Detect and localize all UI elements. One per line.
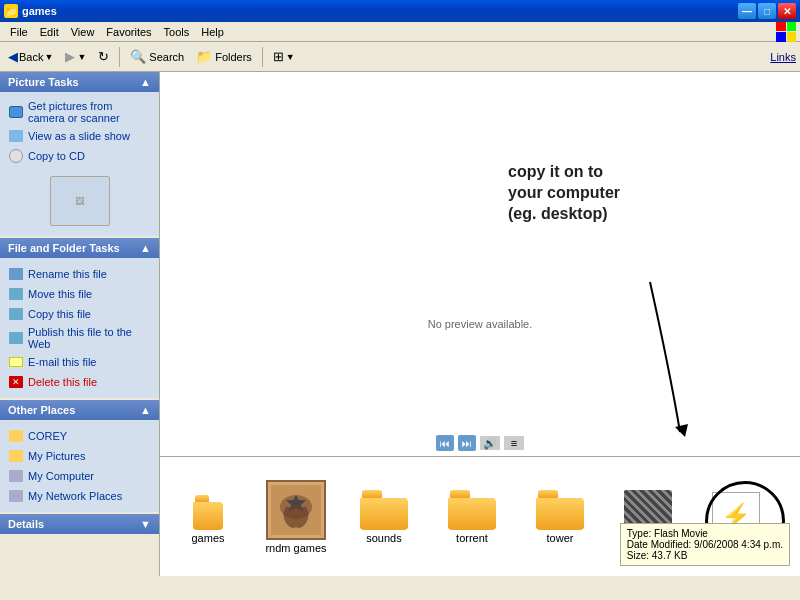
annotation-line2: your computer	[508, 183, 620, 204]
move-file-item[interactable]: Move this file	[8, 284, 151, 304]
file-item-torrent[interactable]: torrent	[432, 486, 512, 548]
menu-file[interactable]: File	[4, 24, 34, 40]
menu-favorites[interactable]: Favorites	[100, 24, 157, 40]
get-pictures-item[interactable]: Get pictures from camera or scanner	[8, 98, 151, 126]
picture-tasks-section: Picture Tasks ▲ Get pictures from camera…	[0, 72, 159, 236]
my-computer-item[interactable]: My Computer	[8, 466, 151, 486]
tower-folder-icon	[536, 490, 584, 530]
folders-icon: 📁	[196, 49, 212, 64]
copy-icon	[8, 306, 24, 322]
my-pictures-icon	[8, 448, 24, 464]
menu-edit[interactable]: Edit	[34, 24, 65, 40]
titlebar-buttons: — □ ✕	[738, 3, 796, 19]
views-dropdown-icon: ▼	[286, 52, 295, 62]
left-panel: Picture Tasks ▲ Get pictures from camera…	[0, 72, 160, 576]
my-computer-label: My Computer	[28, 470, 94, 482]
my-network-label: My Network Places	[28, 490, 122, 502]
publish-file-item[interactable]: Publish this file to the Web	[8, 324, 151, 352]
sounds-label: sounds	[366, 532, 401, 544]
delete-label: Delete this file	[28, 376, 97, 388]
menu-view[interactable]: View	[65, 24, 101, 40]
back-label: Back	[19, 51, 43, 63]
picture-tasks-label: Picture Tasks	[8, 76, 79, 88]
options-button[interactable]: ≡	[504, 436, 524, 450]
delete-icon: ✕	[8, 374, 24, 390]
file-item-tower[interactable]: tower	[520, 486, 600, 548]
slideshow-item[interactable]: View as a slide show	[8, 126, 151, 146]
search-label: Search	[149, 51, 184, 63]
close-button[interactable]: ✕	[778, 3, 796, 19]
search-icon: 🔍	[130, 49, 146, 64]
titlebar: 📁 games — □ ✕	[0, 0, 800, 22]
partial-folder-icon	[193, 490, 223, 530]
views-icon: ⊞	[273, 49, 284, 64]
details-section: Details ▼	[0, 514, 159, 534]
no-preview-text: No preview available.	[428, 318, 533, 330]
other-places-header[interactable]: Other Places ▲	[0, 400, 159, 420]
other-places-content: COREY My Pictures My Computer	[0, 420, 159, 512]
mute-button[interactable]: 🔊	[480, 436, 500, 450]
minimize-button[interactable]: —	[738, 3, 756, 19]
fast-forward-button[interactable]: ⏭	[458, 435, 476, 451]
delete-file-item[interactable]: ✕ Delete this file	[8, 372, 151, 392]
file-folder-tasks-section: File and Folder Tasks ▲ Rename this file…	[0, 238, 159, 398]
copy-cd-item[interactable]: Copy to CD	[8, 146, 151, 166]
email-file-item[interactable]: E-mail this file	[8, 352, 151, 372]
picture-tasks-content: Get pictures from camera or scanner View…	[0, 92, 159, 236]
tattoo-svg	[271, 485, 321, 535]
back-arrow-icon: ◀	[8, 49, 18, 64]
back-button[interactable]: ◀ Back ▼	[4, 47, 57, 66]
file-folder-tasks-content: Rename this file Move this file Copy thi…	[0, 258, 159, 398]
back-dropdown-icon: ▼	[44, 52, 53, 62]
my-pictures-item[interactable]: My Pictures	[8, 446, 151, 466]
forward-arrow-icon: ▶	[65, 49, 75, 64]
corey-label: COREY	[28, 430, 67, 442]
file-folder-tasks-collapse-icon: ▲	[140, 242, 151, 254]
search-button[interactable]: 🔍 Search	[126, 47, 188, 66]
rename-icon	[8, 266, 24, 282]
picture-tasks-collapse-icon: ▲	[140, 76, 151, 88]
annotation-arrow	[590, 272, 710, 472]
picture-tasks-header[interactable]: Picture Tasks ▲	[0, 72, 159, 92]
rename-label: Rename this file	[28, 268, 107, 280]
my-computer-icon	[8, 468, 24, 484]
folders-button[interactable]: 📁 Folders	[192, 47, 256, 66]
links-button[interactable]: Links	[770, 51, 796, 63]
move-label: Move this file	[28, 288, 92, 300]
details-header[interactable]: Details ▼	[0, 514, 159, 534]
refresh-button[interactable]: ↻	[94, 47, 113, 66]
other-places-label: Other Places	[8, 404, 75, 416]
tooltip-size: Size: 43.7 KB	[627, 550, 783, 561]
refresh-icon: ↻	[98, 49, 109, 64]
cd-icon	[8, 148, 24, 164]
forward-dropdown-icon: ▼	[77, 52, 86, 62]
file-item-rndm-games[interactable]: rndm games	[256, 476, 336, 558]
email-icon	[8, 354, 24, 370]
file-item-sounds[interactable]: sounds	[344, 486, 424, 548]
media-controls: ⏮ ⏭ 🔊 ≡	[436, 435, 524, 451]
copy-file-item[interactable]: Copy this file	[8, 304, 151, 324]
my-network-icon	[8, 488, 24, 504]
maximize-button[interactable]: □	[758, 3, 776, 19]
views-button[interactable]: ⊞ ▼	[269, 47, 299, 66]
rndm-games-label: rndm games	[265, 542, 326, 554]
corey-item[interactable]: COREY	[8, 426, 151, 446]
menu-help[interactable]: Help	[195, 24, 230, 40]
titlebar-title: games	[22, 5, 57, 17]
tooltip-type: Type: Flash Movie	[627, 528, 783, 539]
annotation-line3: (eg. desktop)	[508, 204, 620, 225]
my-network-item[interactable]: My Network Places	[8, 486, 151, 506]
file-folder-tasks-header[interactable]: File and Folder Tasks ▲	[0, 238, 159, 258]
my-pictures-label: My Pictures	[28, 450, 85, 462]
file-item-games-partial[interactable]: games	[168, 486, 248, 548]
camera-icon	[8, 104, 24, 120]
other-places-section: Other Places ▲ COREY My Pictures	[0, 400, 159, 512]
titlebar-left: 📁 games	[4, 4, 57, 18]
rename-file-item[interactable]: Rename this file	[8, 264, 151, 284]
details-label: Details	[8, 518, 44, 530]
menu-tools[interactable]: Tools	[158, 24, 196, 40]
tower-label: tower	[547, 532, 574, 544]
forward-button[interactable]: ▶ ▼	[61, 47, 90, 66]
rewind-button[interactable]: ⏮	[436, 435, 454, 451]
toolbar-separator-2	[262, 47, 263, 67]
